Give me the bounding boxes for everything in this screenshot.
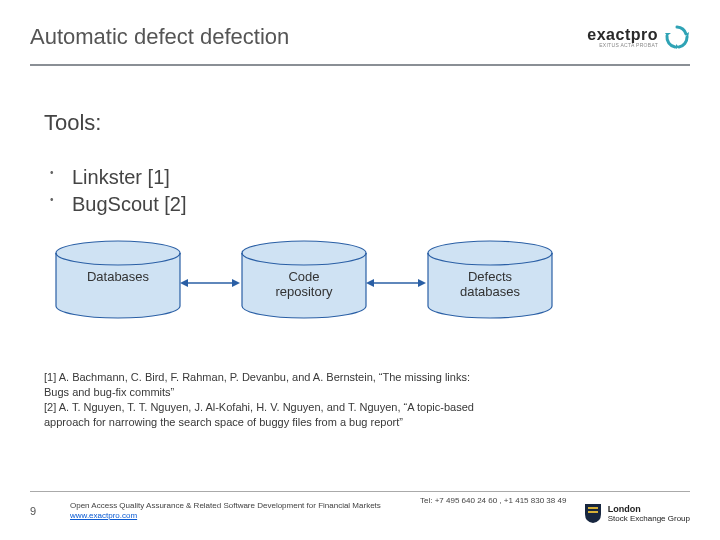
label-text: Databases — [87, 269, 149, 284]
svg-rect-12 — [588, 507, 598, 509]
page-number: 9 — [30, 505, 70, 517]
references: [1] A. Bachmann, C. Bird, F. Rahman, P. … — [44, 370, 474, 429]
list-item: Linkster [1] — [50, 164, 676, 191]
reference-item: [2] A. T. Nguyen, T. T. Nguyen, J. Al-Ko… — [44, 400, 474, 430]
svg-marker-9 — [366, 279, 374, 287]
arrow-icon — [366, 278, 426, 286]
svg-rect-13 — [588, 511, 598, 513]
recycle-arrows-icon — [664, 24, 690, 50]
footer-tel: Tel: +7 495 640 24 60 , +1 415 830 38 49 — [420, 496, 566, 505]
lse-logo: London Stock Exchange Group — [583, 502, 690, 526]
lse-bottom: Stock Exchange Group — [608, 515, 690, 523]
header: Automatic defect defection exactpro EXIT… — [30, 24, 690, 50]
slide: Automatic defect defection exactpro EXIT… — [0, 0, 720, 540]
footer: 9 Open Access Quality Assurance & Relate… — [30, 496, 690, 526]
brand-logo: exactpro EXITUS ACTA PROBAT — [587, 24, 690, 50]
label-text: repository — [275, 284, 332, 299]
cylinder-label: Databases — [52, 270, 184, 285]
cylinder-defects: Defects databases — [424, 240, 556, 322]
reference-item: [1] A. Bachmann, C. Bird, F. Rahman, P. … — [44, 370, 474, 400]
arrow-icon — [180, 278, 240, 286]
pipeline-diagram: Databases Code r — [52, 240, 612, 328]
tools-heading: Tools: — [44, 110, 676, 136]
label-text: databases — [460, 284, 520, 299]
list-item: BugScout [2] — [50, 191, 676, 218]
footer-link[interactable]: www.exactpro.com — [70, 511, 137, 520]
lse-coat-of-arms-icon — [583, 502, 603, 526]
label-text: Code — [288, 269, 319, 284]
body: Tools: Linkster [1] BugScout [2] Databas… — [44, 110, 676, 328]
tools-list: Linkster [1] BugScout [2] — [50, 164, 676, 218]
cylinder-databases: Databases — [52, 240, 184, 322]
footer-text: Open Access Quality Assurance & Related … — [70, 501, 381, 521]
cylinder-label: Defects databases — [424, 270, 556, 300]
brand-logo-text: exactpro EXITUS ACTA PROBAT — [587, 27, 658, 48]
svg-marker-5 — [180, 279, 188, 287]
footer-divider — [30, 491, 690, 492]
cylinder-code-repo: Code repository — [238, 240, 370, 322]
title-divider — [30, 64, 690, 66]
lse-text: London Stock Exchange Group — [608, 505, 690, 523]
cylinder-label: Code repository — [238, 270, 370, 300]
brand-name: exactpro — [587, 27, 658, 43]
label-text: Defects — [468, 269, 512, 284]
brand-tagline: EXITUS ACTA PROBAT — [599, 43, 658, 48]
footer-line1: Open Access Quality Assurance & Related … — [70, 501, 381, 510]
page-title: Automatic defect defection — [30, 24, 289, 50]
